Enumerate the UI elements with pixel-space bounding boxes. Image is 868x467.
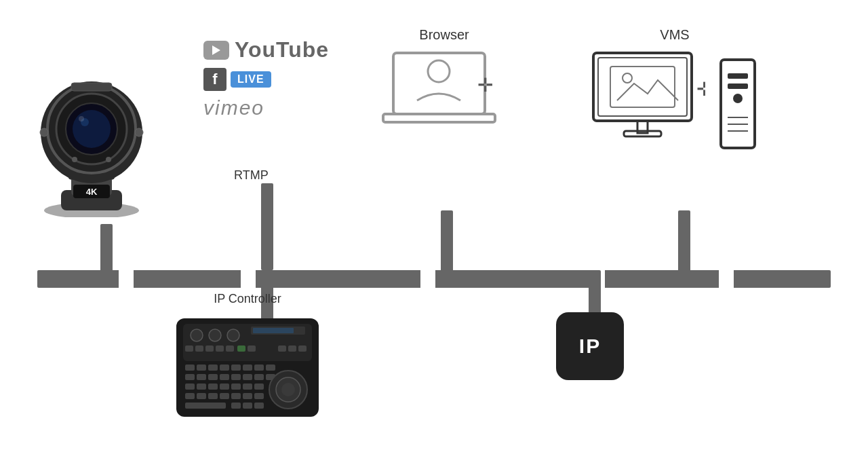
- bus-gap-3: [420, 270, 435, 288]
- svg-point-39: [191, 329, 203, 341]
- svg-rect-82: [208, 393, 218, 399]
- svg-rect-90: [254, 403, 264, 409]
- svg-rect-80: [185, 393, 195, 399]
- svg-point-8: [73, 110, 111, 148]
- svg-rect-23: [593, 53, 692, 121]
- browser-laptop-icon: ✛: [380, 50, 509, 148]
- svg-rect-57: [220, 365, 229, 371]
- svg-rect-47: [216, 345, 224, 352]
- svg-rect-48: [226, 345, 234, 352]
- svg-rect-61: [266, 365, 275, 371]
- bus-gap-5: [719, 270, 734, 288]
- svg-point-13: [135, 128, 143, 136]
- svg-rect-30: [721, 60, 755, 148]
- streaming-logos: YouTube f LIVE vimeo: [203, 37, 329, 119]
- vms-section: VMS ✛: [590, 27, 760, 151]
- svg-rect-88: [231, 403, 241, 409]
- camera-connector: [100, 224, 113, 272]
- svg-point-26: [623, 73, 632, 83]
- live-badge: LIVE: [231, 71, 271, 88]
- svg-rect-52: [288, 345, 296, 352]
- browser-connector: [441, 210, 453, 272]
- svg-rect-55: [197, 365, 206, 371]
- svg-point-12: [40, 128, 48, 136]
- svg-point-17: [72, 157, 77, 162]
- vms-monitor-icon: ✛: [590, 50, 705, 151]
- svg-rect-50: [248, 345, 256, 352]
- svg-rect-77: [231, 384, 241, 390]
- bus-gap-1: [119, 270, 134, 288]
- svg-point-40: [209, 329, 221, 341]
- svg-text:4K: 4K: [86, 187, 98, 197]
- svg-point-72: [281, 383, 295, 396]
- svg-point-16: [106, 157, 111, 162]
- svg-rect-62: [185, 374, 195, 380]
- svg-rect-66: [231, 374, 241, 380]
- svg-rect-78: [243, 384, 252, 390]
- svg-rect-32: [728, 83, 748, 89]
- svg-rect-56: [208, 365, 218, 371]
- svg-rect-85: [243, 393, 252, 399]
- svg-rect-63: [197, 374, 206, 380]
- vimeo-label: vimeo: [203, 96, 264, 119]
- camera-icon: 4K: [20, 27, 170, 224]
- ip-badge: IP: [556, 312, 624, 380]
- svg-text:✛: ✛: [696, 79, 706, 100]
- svg-rect-46: [205, 345, 214, 352]
- svg-rect-49: [237, 345, 245, 352]
- svg-rect-81: [197, 393, 206, 399]
- svg-rect-87: [185, 403, 226, 409]
- svg-rect-54: [185, 365, 195, 371]
- svg-rect-83: [220, 393, 229, 399]
- vms-connector: [678, 210, 690, 272]
- ip-controller-section: IP Controller: [173, 292, 322, 420]
- svg-rect-89: [243, 403, 252, 409]
- vms-label: VMS: [660, 27, 689, 43]
- svg-point-33: [733, 94, 743, 103]
- vimeo-row: vimeo: [203, 96, 329, 119]
- svg-point-10: [79, 116, 84, 122]
- facebook-live-row: f LIVE: [203, 68, 329, 91]
- ip-badge-section: IP: [556, 312, 624, 380]
- svg-rect-11: [71, 83, 112, 91]
- svg-rect-43: [253, 328, 294, 333]
- bus-gap-2: [241, 270, 256, 288]
- browser-label: Browser: [419, 27, 469, 43]
- svg-rect-51: [278, 345, 286, 352]
- svg-rect-53: [298, 345, 307, 352]
- ip-controller-label: IP Controller: [214, 292, 281, 306]
- svg-rect-74: [197, 384, 206, 390]
- svg-rect-86: [254, 393, 264, 399]
- svg-rect-18: [393, 53, 485, 114]
- rtmp-connector: [261, 183, 273, 270]
- svg-rect-44: [185, 345, 193, 352]
- svg-rect-59: [243, 365, 252, 371]
- svg-rect-65: [220, 374, 229, 380]
- svg-rect-76: [220, 384, 229, 390]
- svg-rect-64: [208, 374, 218, 380]
- camera-svg: 4K: [20, 27, 163, 217]
- youtube-label: YouTube: [235, 37, 329, 62]
- svg-rect-60: [254, 365, 264, 371]
- youtube-row: YouTube: [203, 37, 329, 62]
- svg-rect-20: [383, 114, 495, 122]
- vms-icons: ✛: [590, 50, 760, 151]
- svg-rect-75: [208, 384, 218, 390]
- svg-rect-67: [243, 374, 252, 380]
- youtube-play-icon: [203, 41, 229, 60]
- facebook-icon: f: [203, 68, 226, 91]
- ip-controller-icon: [173, 312, 322, 420]
- rtmp-label: RTMP: [234, 168, 269, 183]
- browser-section: Browser ✛: [380, 27, 509, 148]
- svg-rect-84: [231, 393, 241, 399]
- svg-text:✛: ✛: [477, 75, 493, 96]
- svg-point-41: [227, 329, 239, 341]
- diagram-container: 4K YouTube f LIVE vimeo RTMP Browser: [0, 0, 868, 467]
- svg-rect-73: [185, 384, 195, 390]
- svg-rect-58: [231, 365, 241, 371]
- svg-rect-45: [195, 345, 203, 352]
- svg-rect-31: [728, 73, 748, 79]
- svg-rect-79: [254, 384, 264, 390]
- svg-point-19: [428, 60, 450, 82]
- svg-rect-68: [254, 374, 264, 380]
